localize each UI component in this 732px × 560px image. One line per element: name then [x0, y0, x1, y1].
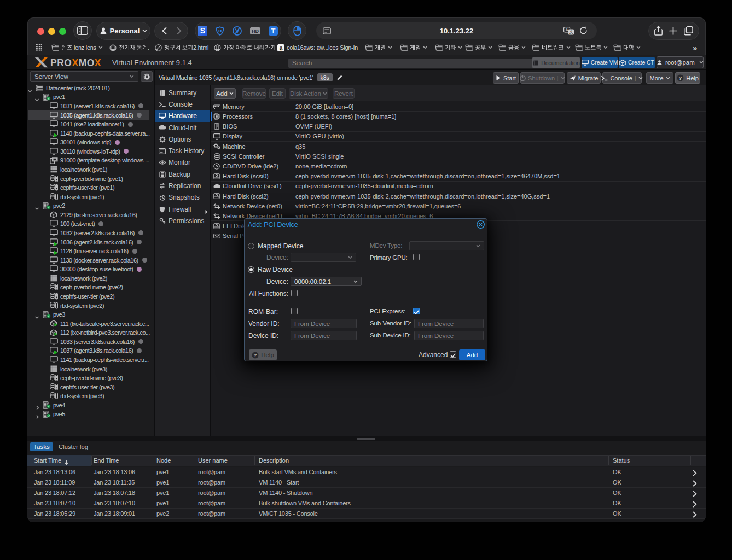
- svg-text:S: S: [200, 26, 205, 35]
- svg-text:?: ?: [679, 75, 682, 81]
- svg-text:a: a: [280, 44, 283, 50]
- svg-text:A: A: [565, 27, 568, 32]
- svg-text:文: 文: [569, 30, 573, 34]
- svg-text:HD: HD: [252, 28, 259, 33]
- svg-text:T: T: [271, 27, 276, 35]
- svg-text:?: ?: [254, 352, 257, 358]
